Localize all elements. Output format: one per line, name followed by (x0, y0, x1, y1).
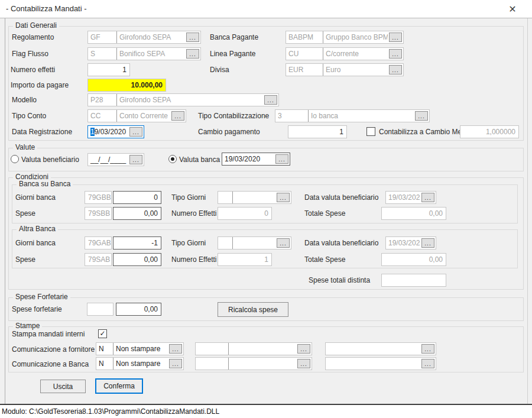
bsb-spese-code: 79SBB (85, 207, 112, 220)
ab-data-valuta-field[interactable]: 19/03/2020 ... (385, 236, 436, 249)
cambio-medio-label: Contabilizza a Cambio Medio (379, 125, 471, 138)
ab-giorni-banca-field[interactable]: -1 (113, 236, 161, 249)
numero-effetti-field[interactable]: 1 (87, 63, 130, 76)
modello-lookup-button[interactable]: ... (264, 95, 277, 105)
bsb-numero-effetti-label: Numero Effetti (171, 207, 216, 220)
data-registrazione-calendar-button[interactable]: ... (129, 127, 142, 137)
cambio-pagamento-label: Cambio pagamento (198, 125, 260, 138)
linea-pagante-field[interactable]: CU C/corrente ... (286, 47, 404, 60)
comunicazione-banca-extra2-lookup-button[interactable]: ... (421, 359, 434, 368)
group-altra-banca-legend: Altra Banca (17, 225, 58, 233)
ab-numero-effetti-label: Numero Effetti (171, 253, 216, 266)
data-registrazione-label: Data Registrazione (12, 125, 72, 138)
ab-data-valuta-value: 19/03/2020 (386, 237, 420, 249)
banca-pagante-label: Banca Pagante (210, 31, 258, 44)
comunicazione-banca-lookup-button[interactable]: ... (169, 359, 182, 368)
modello-code: P28 (88, 94, 116, 106)
bsb-data-valuta-calendar-button[interactable]: ... (421, 193, 434, 202)
spese-forfetarie-value-field[interactable]: 0,00 (116, 303, 161, 316)
spese-forfetarie-code-field[interactable] (87, 303, 113, 316)
linea-pagante-lookup-button[interactable]: ... (389, 49, 402, 59)
contabilizza-mandati-dialog: - Contabilizza Mandati - ✕ Dati Generali… (0, 0, 532, 418)
ab-tipo-giorni-field[interactable]: ... (218, 236, 291, 249)
bsb-data-valuta-field[interactable]: 19/03/2020 ... (385, 191, 436, 204)
comunicazione-fornitore-extra2-field[interactable]: ... (325, 342, 436, 355)
comunicazione-banca-code: N (96, 358, 113, 370)
regolamento-desc: Girofondo SEPA (116, 31, 185, 43)
comunicazione-fornitore-extra-lookup-button[interactable]: ... (297, 344, 310, 354)
valuta-beneficiario-value: __/__/____ (88, 154, 128, 166)
tipo-contabilizzazione-field[interactable]: 3 Io banca ... (275, 109, 430, 122)
window-left-border (5, 18, 5, 404)
ab-giorni-banca-label: Giorni banca (15, 236, 56, 249)
regolamento-field[interactable]: GF Girofondo SEPA ... (87, 31, 201, 44)
data-registrazione-rest: 9/03/2020 (95, 128, 126, 136)
numero-effetti-label: Numero effetti (11, 63, 55, 76)
flag-flusso-label: Flag Flusso (12, 47, 48, 60)
bsb-tipo-giorni-field[interactable]: ... (218, 191, 291, 204)
modello-label: Modello (12, 93, 37, 106)
comunicazione-fornitore-field[interactable]: N Non stampare ... (96, 342, 184, 355)
ab-totale-spese-label: Totale Spese (304, 253, 345, 266)
bsb-data-valuta-label: Data valuta beneficiario (304, 191, 378, 204)
banca-pagante-field[interactable]: BABPM Gruppo Banco BPM ... (286, 31, 404, 44)
tipo-conto-field[interactable]: CC Conto Corrente ... (87, 109, 186, 122)
divisa-code: EUR (286, 64, 323, 76)
cambio-medio-value-field[interactable]: 1,000000 (460, 125, 519, 138)
comunicazione-banca-extra-lookup-button[interactable]: ... (297, 359, 310, 368)
valuta-beneficiario-calendar-button[interactable]: ... (129, 155, 142, 164)
flag-flusso-lookup-button[interactable]: ... (186, 49, 199, 59)
ricalcola-spese-button[interactable]: Ricalcola spese (218, 302, 288, 317)
data-registrazione-field[interactable]: 19/03/2020 ... (87, 125, 144, 138)
stampa-mandati-interni-label: Stampa mandati interni (12, 328, 85, 341)
bsb-spese-label: Spese (15, 207, 35, 220)
spese-totali-distinta-field[interactable] (381, 274, 446, 287)
bsb-spese-field[interactable]: 0,00 (113, 207, 161, 220)
uscita-button[interactable]: Uscita (40, 380, 86, 393)
comunicazione-fornitore-desc: Non stampare (113, 343, 168, 355)
stampa-mandati-interni-checkbox[interactable]: ✓ (98, 329, 107, 338)
tipo-contabilizzazione-lookup-button[interactable]: ... (415, 111, 428, 121)
comunicazione-fornitore-lookup-button[interactable]: ... (169, 344, 182, 354)
group-valute-legend: Valute (13, 143, 37, 151)
close-icon[interactable]: ✕ (504, 2, 521, 17)
cambio-medio-checkbox[interactable] (366, 127, 375, 136)
bsb-tipo-giorni-lookup-button[interactable]: ... (277, 193, 290, 202)
comunicazione-banca-extra-desc (228, 358, 296, 370)
importo-da-pagare-field[interactable]: 10.000,00 (87, 79, 166, 92)
valuta-banca-calendar-button[interactable]: ... (275, 154, 288, 164)
ab-tipo-giorni-lookup-button[interactable]: ... (277, 238, 290, 248)
valuta-beneficiario-radio[interactable] (11, 155, 19, 163)
divisa-field[interactable]: EUR Euro ... (286, 63, 404, 76)
valuta-banca-radio[interactable] (168, 155, 177, 163)
comunicazione-banca-extra-field[interactable]: ... (195, 357, 312, 370)
ab-giorni-banca-code: 79GAB (85, 236, 112, 249)
group-dati-generali-legend: Dati Generali (13, 21, 59, 30)
bsb-giorni-banca-field[interactable]: 0 (113, 191, 161, 204)
group-banca-su-banca-legend: Banca su Banca (17, 180, 73, 188)
modello-field[interactable]: P28 Girofondo SEPA ... (87, 93, 279, 106)
divisa-lookup-button[interactable]: ... (389, 65, 402, 74)
cambio-pagamento-field[interactable]: 1 (288, 125, 347, 138)
valuta-beneficiario-field[interactable]: __/__/____ ... (87, 153, 144, 166)
comunicazione-fornitore-code: N (96, 343, 113, 355)
bsb-totale-spese-field: 0,00 (381, 207, 446, 220)
modello-desc: Girofondo SEPA (116, 94, 263, 106)
comunicazione-fornitore-extra-field[interactable]: ... (195, 342, 312, 355)
valuta-banca-field[interactable]: 19/03/2020 ... (222, 153, 290, 166)
flag-flusso-field[interactable]: S Bonifico SEPA ... (87, 47, 201, 60)
statusbar: Modulo: C:\GoldTesoreria8.1.03\Programmi… (0, 405, 532, 418)
tipo-contabilizzazione-desc: Io banca (308, 110, 414, 122)
comunicazione-fornitore-extra2-lookup-button[interactable]: ... (421, 344, 434, 354)
ab-data-valuta-calendar-button[interactable]: ... (421, 238, 434, 248)
ab-tipo-giorni-code (218, 237, 232, 249)
comunicazione-banca-extra2-field[interactable]: ... (325, 357, 436, 370)
banca-pagante-lookup-button[interactable]: ... (389, 33, 402, 42)
comunicazione-fornitore-extra-desc (228, 343, 296, 355)
ab-spese-field[interactable]: 0,00 (113, 253, 161, 266)
comunicazione-banca-field[interactable]: N Non stampare ... (96, 357, 184, 370)
tipo-conto-lookup-button[interactable]: ... (171, 111, 184, 121)
tipo-conto-desc: Conto Corrente (116, 110, 170, 122)
regolamento-lookup-button[interactable]: ... (186, 33, 199, 42)
conferma-button[interactable]: Conferma (95, 378, 143, 394)
